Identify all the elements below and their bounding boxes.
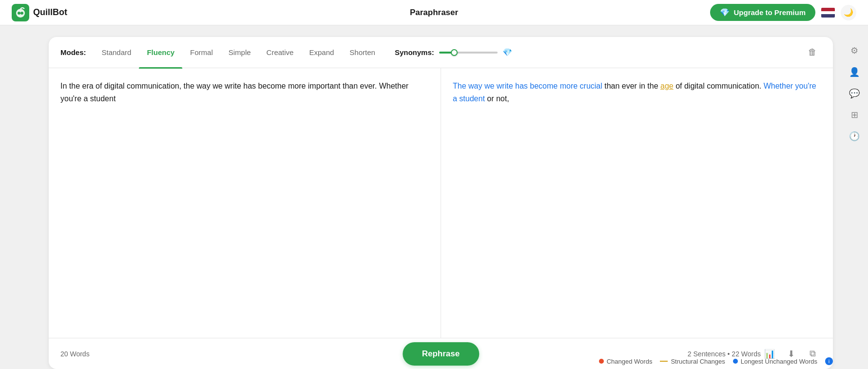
changed-words-dot	[599, 359, 604, 364]
output-than: than ever in the	[604, 82, 660, 90]
input-pane[interactable]: In the era of digital communication, the…	[49, 68, 441, 338]
output-pane: The way we write has become more crucial…	[441, 68, 833, 338]
legend-bar: Changed Words Structural Changes Longest…	[599, 353, 833, 369]
modes-bar: Modes: Standard Fluency Formal Simple Cr…	[49, 37, 833, 68]
output-text: The way we write has become more crucial…	[453, 80, 821, 105]
structural-changes-line	[660, 361, 668, 362]
mode-tab-fluency[interactable]: Fluency	[139, 44, 182, 60]
synonyms-slider-track[interactable]	[439, 52, 498, 54]
legend-structural-changes: Structural Changes	[660, 358, 725, 365]
trash-icon: 🗑	[808, 47, 817, 57]
quillbot-logo	[12, 4, 29, 21]
chat-side-button[interactable]: 💬	[845, 84, 864, 103]
output-of: of digital communication.	[675, 82, 761, 90]
output-age: age	[660, 82, 674, 90]
topnav-right: 💎 Upgrade to Premium 🌙	[710, 4, 856, 21]
history-icon: 🕐	[849, 131, 860, 142]
legend-changed-words: Changed Words	[599, 358, 653, 365]
svg-point-3	[20, 12, 23, 15]
users-side-button[interactable]: 👤	[845, 62, 864, 82]
side-toolbar: ⚙ 👤 💬 ⊞ 🕐	[841, 37, 868, 150]
structural-changes-label: Structural Changes	[671, 358, 725, 365]
longest-unchanged-label: Longest Unchanged Words	[741, 358, 817, 365]
history-side-button[interactable]: 🕐	[845, 127, 864, 146]
svg-point-2	[18, 12, 20, 15]
synonyms-label: Synonyms:	[395, 48, 434, 56]
modes-label: Modes:	[60, 48, 86, 56]
mode-tab-creative[interactable]: Creative	[259, 44, 302, 60]
diamond-icon: 💎	[720, 8, 730, 17]
table-icon: ⊞	[851, 110, 858, 120]
premium-diamond-icon: 💎	[502, 48, 512, 57]
changed-words-label: Changed Words	[607, 358, 653, 365]
legend-longest-unchanged: Longest Unchanged Words	[733, 358, 817, 365]
brand-area: QuillBot	[12, 4, 67, 21]
input-text[interactable]: In the era of digital communication, the…	[60, 80, 429, 105]
mode-tab-standard[interactable]: Standard	[94, 44, 139, 60]
dark-mode-button[interactable]: 🌙	[841, 5, 856, 20]
mode-tab-shorten[interactable]: Shorten	[342, 44, 383, 60]
card-toolbar-right: 🗑	[804, 44, 821, 61]
mode-tab-formal[interactable]: Formal	[182, 44, 221, 60]
mode-tab-simple[interactable]: Simple	[221, 44, 259, 60]
upgrade-label: Upgrade to Premium	[733, 8, 806, 17]
settings-side-button[interactable]: ⚙	[845, 41, 864, 60]
main-container: Modes: Standard Fluency Formal Simple Cr…	[0, 25, 868, 369]
output-or-not: or not,	[487, 94, 509, 103]
language-flag-icon[interactable]	[821, 8, 835, 18]
users-icon: 👤	[849, 67, 860, 77]
legend-info-icon[interactable]: i	[825, 357, 833, 365]
synonyms-slider-thumb[interactable]	[451, 49, 458, 56]
table-side-button[interactable]: ⊞	[845, 105, 864, 125]
brand-name: QuillBot	[33, 7, 67, 18]
clear-button[interactable]: 🗑	[804, 44, 821, 61]
settings-icon: ⚙	[850, 45, 858, 56]
topnav: QuillBot Paraphraser 💎 Upgrade to Premiu…	[0, 0, 868, 25]
input-word-count: 20 Words	[60, 350, 90, 358]
longest-unchanged-dot	[733, 359, 738, 364]
editors-area: In the era of digital communication, the…	[49, 68, 833, 338]
page-title: Paraphraser	[410, 8, 458, 18]
moon-icon: 🌙	[844, 8, 853, 17]
rephrase-button[interactable]: Rephrase	[403, 342, 479, 366]
synonyms-section: Synonyms: 💎	[395, 48, 512, 57]
output-sentence-1: The way we write has become more crucial	[453, 82, 602, 90]
chat-icon: 💬	[849, 88, 860, 99]
upgrade-button[interactable]: 💎 Upgrade to Premium	[710, 4, 815, 21]
mode-tab-expand[interactable]: Expand	[301, 44, 342, 60]
editor-card: Modes: Standard Fluency Formal Simple Cr…	[49, 37, 833, 369]
